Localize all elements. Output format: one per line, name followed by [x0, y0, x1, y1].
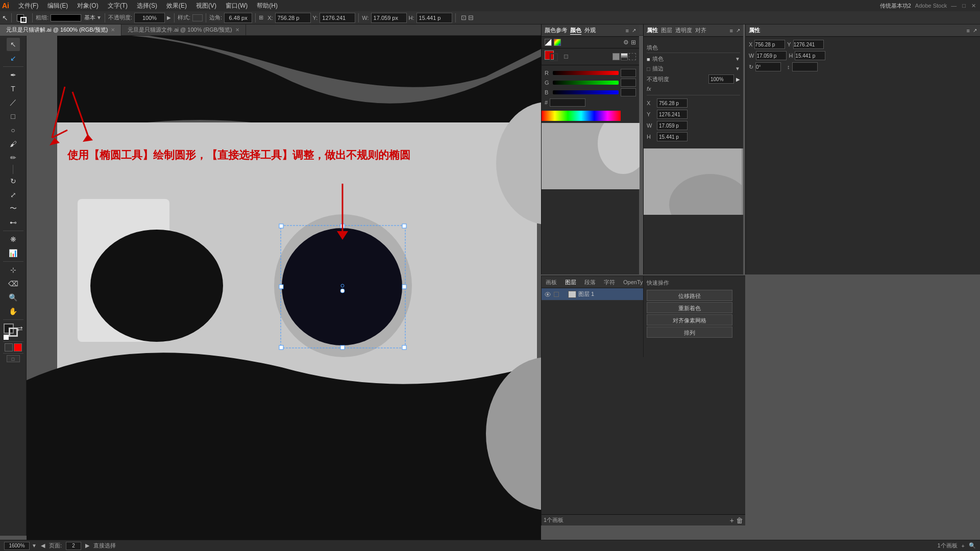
- tab-layers[interactable]: 图层: [561, 276, 580, 288]
- menu-view[interactable]: 视图(V): [192, 1, 220, 11]
- menu-object[interactable]: 对象(O): [73, 1, 102, 11]
- props-panel-expand[interactable]: ↗: [736, 28, 740, 33]
- tab-1-close[interactable]: ✕: [111, 27, 115, 33]
- menu-select[interactable]: 选择(S): [133, 1, 161, 11]
- menu-edit[interactable]: 编辑(E): [43, 1, 72, 11]
- qa-btn-offset-path[interactable]: 位移路径: [647, 290, 732, 301]
- h-coord-input[interactable]: [416, 13, 452, 23]
- tool-hand[interactable]: ✋: [7, 305, 20, 318]
- fill-stroke-swatches[interactable]: [545, 51, 560, 63]
- r-input[interactable]: [621, 69, 636, 77]
- tool-eraser[interactable]: ⌫: [7, 277, 20, 290]
- tab-paragraph[interactable]: 段落: [580, 276, 600, 288]
- stroke-swatch[interactable]: [20, 17, 27, 23]
- menu-type[interactable]: 文字(T): [104, 1, 132, 11]
- layer-expand-arrow[interactable]: [554, 292, 559, 297]
- nav-next-icon[interactable]: ▶: [85, 542, 89, 549]
- props-tab-align[interactable]: 对齐: [695, 27, 706, 34]
- zoom-input[interactable]: [4, 542, 30, 550]
- toolbox-normal-mode[interactable]: [5, 343, 13, 352]
- ext-panel-menu[interactable]: ≡: [967, 28, 970, 34]
- ext-w-input[interactable]: [756, 51, 787, 60]
- color-panel-menu-icon[interactable]: ≡: [626, 28, 629, 34]
- color-spectrum[interactable]: [542, 111, 621, 121]
- y-coord-input[interactable]: [320, 13, 355, 23]
- stroke-color-swatch[interactable]: [550, 53, 558, 61]
- tool-scale[interactable]: ⤢: [7, 188, 20, 202]
- menu-effect[interactable]: 效果(E): [162, 1, 191, 11]
- color-panel-tab-color[interactable]: 颜色: [570, 27, 581, 35]
- tab-2[interactable]: 元旦是只猫源文件.ai @ 100% (RGB/预览) ✕: [121, 24, 246, 36]
- b-input[interactable]: [621, 88, 636, 96]
- opacity-input-props[interactable]: [708, 74, 734, 84]
- toolbox-reset[interactable]: [4, 335, 9, 340]
- tool-type[interactable]: T: [7, 82, 20, 95]
- color-mode-bw[interactable]: [545, 39, 552, 46]
- opacity-expand-icon[interactable]: ▶: [167, 15, 171, 20]
- fill-none-icon[interactable]: [564, 55, 568, 59]
- menu-help[interactable]: 帮助(H): [253, 1, 282, 11]
- tool-pen[interactable]: ✒: [7, 68, 20, 82]
- canvas-area[interactable]: 使用【椭圆工具】绘制圆形，【直接选择工具】调整，做出不规则的椭圆: [27, 36, 541, 541]
- opacity-expand[interactable]: ▶: [736, 77, 740, 82]
- w-input-props[interactable]: [657, 121, 688, 130]
- tool-rotate[interactable]: ↻: [7, 174, 20, 188]
- stroke-dropdown[interactable]: ▼: [735, 66, 740, 71]
- qa-btn-recolor[interactable]: 重新着色: [647, 302, 732, 313]
- color-panel-grid-icon[interactable]: ⊞: [631, 39, 636, 46]
- fx-label[interactable]: fx: [647, 86, 651, 92]
- w-coord-input[interactable]: [371, 13, 407, 23]
- menu-file[interactable]: 文件(F): [14, 1, 42, 11]
- ext-panel-expand[interactable]: ↗: [973, 28, 977, 33]
- ext-y-input[interactable]: [793, 40, 824, 49]
- toolbox-mask-mode[interactable]: [14, 343, 22, 352]
- status-add-artboard-icon[interactable]: +: [962, 543, 965, 549]
- color-mode-color[interactable]: [554, 39, 561, 46]
- hex-input[interactable]: [550, 98, 585, 107]
- ext-rotate-input[interactable]: [755, 62, 781, 71]
- toolbox-screen-mode[interactable]: □: [7, 355, 20, 362]
- layer-delete-icon[interactable]: 🗑: [736, 516, 743, 524]
- corner-input[interactable]: [224, 13, 252, 23]
- tab-2-close[interactable]: ✕: [235, 27, 239, 33]
- ext-h-input[interactable]: [795, 51, 825, 60]
- ext-x-input[interactable]: [754, 40, 785, 49]
- solid-color-icon[interactable]: [612, 53, 620, 60]
- window-controls[interactable]: — □ ✕: [951, 3, 978, 9]
- stroke-dropdown-icon[interactable]: ▼: [96, 15, 102, 20]
- r-slider[interactable]: [553, 71, 619, 75]
- qa-btn-align-pixel[interactable]: 对齐像素网格: [647, 314, 732, 325]
- style-preview[interactable]: [192, 14, 203, 21]
- y-input-props[interactable]: [657, 110, 688, 119]
- zoom-dropdown-icon[interactable]: ▼: [32, 543, 37, 548]
- tool-direct-selection[interactable]: ↙: [7, 52, 20, 65]
- g-slider[interactable]: [553, 81, 619, 85]
- tool-line[interactable]: ／: [7, 96, 20, 109]
- g-input[interactable]: [621, 79, 636, 87]
- h-input-props[interactable]: [657, 132, 688, 141]
- qa-btn-arrange[interactable]: 排列: [647, 327, 732, 338]
- layer-visibility-icon[interactable]: [544, 290, 552, 298]
- tool-warp[interactable]: 〜: [7, 202, 20, 215]
- tab-character[interactable]: 字符: [600, 276, 619, 288]
- color-panel-tab-appearance[interactable]: 外观: [584, 27, 596, 34]
- tool-symbol[interactable]: ❋: [7, 233, 20, 246]
- color-panel-settings-icon[interactable]: ⚙: [623, 39, 629, 46]
- adobe-stock-label[interactable]: Adobe Stock: [915, 3, 947, 9]
- fill-dropdown[interactable]: ▼: [735, 56, 740, 62]
- props-panel-menu[interactable]: ≡: [730, 28, 733, 34]
- layer-add-icon[interactable]: +: [730, 516, 734, 524]
- toolbox-swap-icon[interactable]: ⇄: [17, 324, 23, 333]
- opacity-input[interactable]: [134, 13, 165, 23]
- props-tab-attrs[interactable]: 属性: [647, 27, 658, 34]
- props-tab-transparency[interactable]: 透明度: [675, 27, 692, 34]
- tool-pencil[interactable]: ✏: [7, 151, 20, 164]
- color-panel-expand-icon[interactable]: ↗: [632, 28, 636, 33]
- fill-stroke-group[interactable]: [15, 12, 29, 23]
- ext-shear-input[interactable]: [792, 62, 818, 71]
- page-input[interactable]: [66, 542, 81, 550]
- nav-prev-icon[interactable]: ◀: [41, 542, 45, 549]
- tool-ellipse[interactable]: ○: [7, 123, 20, 137]
- menu-window[interactable]: 窗口(W): [222, 1, 252, 11]
- status-search-icon[interactable]: 🔍: [969, 542, 976, 549]
